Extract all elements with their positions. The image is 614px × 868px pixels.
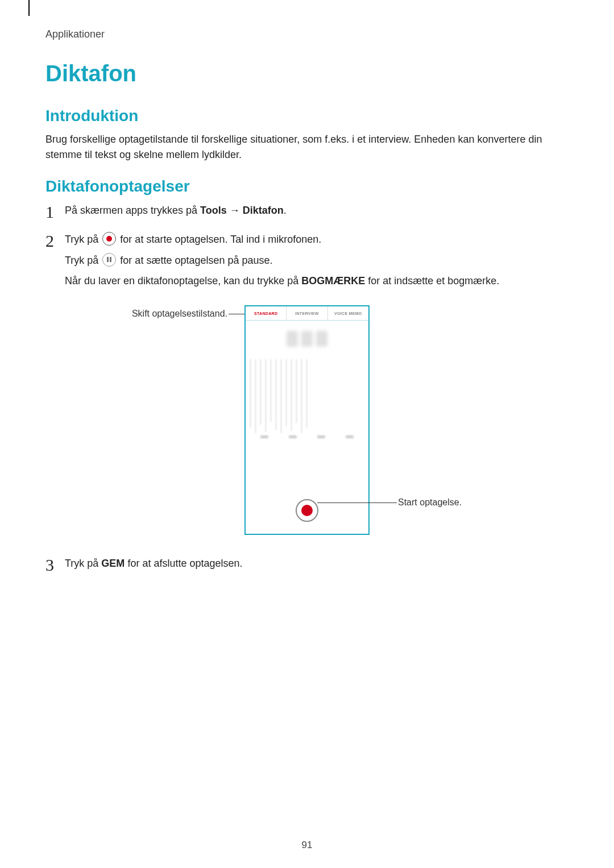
step-1-text-pre: På skærmen apps trykkes på — [65, 205, 200, 216]
page-title: Diktafon — [45, 61, 569, 86]
tab-voicememo[interactable]: VOICE MEMO — [328, 306, 368, 320]
pause-icon — [102, 253, 116, 267]
section-heading-recordings: Diktafonoptagelser — [45, 177, 569, 196]
step-number: 1 — [45, 202, 65, 221]
step-3: 3 Tryk på GEM for at afslutte optagelsen… — [45, 555, 569, 576]
record-row — [246, 487, 368, 534]
step-1-body: På skærmen apps trykkes på Tools → Dikta… — [65, 202, 569, 223]
step-1-arrow: → — [227, 205, 243, 216]
callout-start-recording: Start optagelse. — [398, 497, 462, 508]
step-number: 2 — [45, 231, 65, 250]
step-2: 2 Tryk på for at starte optagelsen. Tal … — [45, 231, 569, 294]
step-1-text-post: . — [284, 205, 287, 216]
step-2-l1-pre: Tryk på — [65, 234, 101, 245]
step-3-post: for at afslutte optagelsen. — [125, 558, 242, 569]
step-3-bold: GEM — [101, 558, 125, 569]
figure: Skift optagelsestilstand. STANDARD INTER… — [45, 305, 569, 544]
step-1-bold-tools: Tools — [200, 205, 227, 216]
record-button[interactable] — [296, 499, 318, 522]
breadcrumb: Applikationer — [45, 28, 569, 40]
step-2-l1-post: for at starte optagelsen. Tal ind i mikr… — [117, 234, 321, 245]
timer-display — [246, 321, 368, 357]
step-2-l2-pre: Tryk på — [65, 255, 101, 266]
mode-tabs: STANDARD INTERVIEW VOICE MEMO — [246, 306, 368, 321]
intro-text: Brug forskellige optagetilstande til for… — [45, 132, 569, 163]
step-1-bold-diktafon: Diktafon — [243, 205, 284, 216]
callout-change-mode: Skift optagelsestilstand. — [97, 309, 227, 319]
step-2-l3-bold: BOGMÆRKE — [301, 275, 365, 286]
waveform-area — [246, 357, 368, 487]
step-2-l3-pre: Når du laver en diktafonoptagelse, kan d… — [65, 275, 301, 286]
record-icon — [102, 232, 116, 246]
step-3-pre: Tryk på — [65, 558, 101, 569]
header-rule — [28, 0, 30, 16]
step-number: 3 — [45, 555, 65, 574]
step-3-body: Tryk på GEM for at afslutte optagelsen. — [65, 555, 569, 576]
step-1: 1 På skærmen apps trykkes på Tools → Dik… — [45, 202, 569, 223]
step-2-body: Tryk på for at starte optagelsen. Tal in… — [65, 231, 569, 294]
callout-leader-line — [317, 502, 397, 503]
section-heading-introduction: Introduktion — [45, 107, 569, 125]
tab-standard[interactable]: STANDARD — [246, 306, 287, 320]
phone-screenshot: STANDARD INTERVIEW VOICE MEMO — [244, 305, 370, 535]
tab-interview[interactable]: INTERVIEW — [287, 306, 327, 320]
step-2-l3-post: for at indsætte et bogmærke. — [365, 275, 499, 286]
step-2-l2-post: for at sætte optagelsen på pause. — [117, 255, 272, 266]
page-number: 91 — [0, 840, 614, 851]
